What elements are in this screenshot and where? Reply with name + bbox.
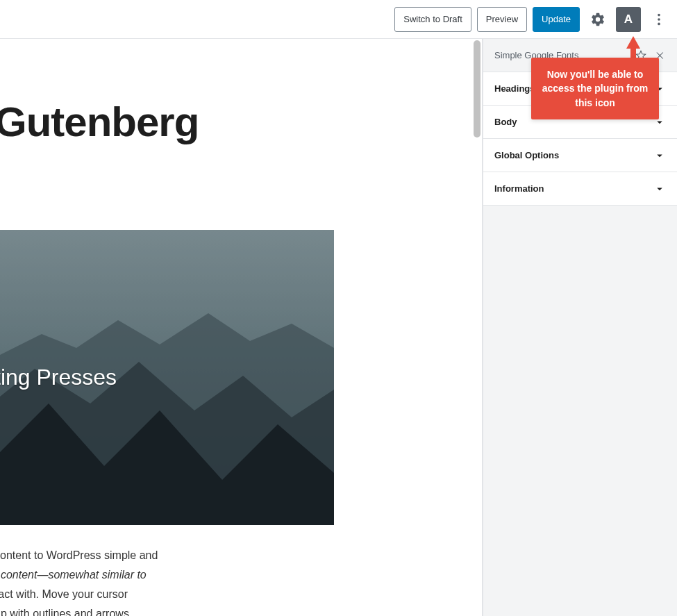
settings-icon[interactable] (585, 7, 610, 32)
editor-canvas[interactable]: Gutenberg ting Presses content to WordPr… (0, 39, 483, 616)
chevron-down-icon (653, 183, 666, 195)
update-button[interactable]: Update (533, 7, 580, 32)
text-line: ract with. Move your cursor (0, 585, 342, 604)
editor-topbar: Switch to Draft Preview Update A (0, 0, 677, 39)
accordion-item-information[interactable]: Information (483, 172, 677, 206)
paragraph-block[interactable]: content to WordPress simple and f conten… (0, 546, 342, 616)
accordion-label: Body (494, 117, 517, 127)
more-options-icon[interactable] (646, 7, 671, 32)
editor-scrollbar[interactable] (472, 39, 482, 616)
callout-arrow-icon (626, 36, 640, 49)
svg-point-2 (658, 22, 660, 25)
accordion-label: Global Options (494, 150, 559, 160)
svg-point-1 (658, 18, 660, 21)
scrollbar-thumb[interactable] (474, 40, 480, 138)
plugin-sidebar: Simple Google Fonts Headings Body Global… (483, 39, 677, 616)
cover-block[interactable]: ting Presses (0, 230, 334, 525)
chevron-down-icon (653, 149, 666, 162)
post-title[interactable]: Gutenberg (0, 98, 199, 146)
cover-caption[interactable]: ting Presses (0, 365, 117, 390)
tutorial-callout: Now you'll be able to access the plugin … (531, 58, 659, 119)
text-line: f content—somewhat similar to (0, 565, 342, 585)
accordion-label: Headings (494, 83, 535, 94)
switch-to-draft-button[interactable]: Switch to Draft (394, 7, 471, 32)
text-line: up with outlines and arrows. (0, 604, 342, 616)
svg-point-0 (658, 13, 660, 16)
plugin-icon[interactable]: A (616, 7, 641, 32)
text-line: content to WordPress simple and (0, 546, 342, 565)
accordion-label: Information (494, 183, 544, 194)
accordion-item-global[interactable]: Global Options (483, 139, 677, 172)
preview-button[interactable]: Preview (477, 7, 527, 32)
